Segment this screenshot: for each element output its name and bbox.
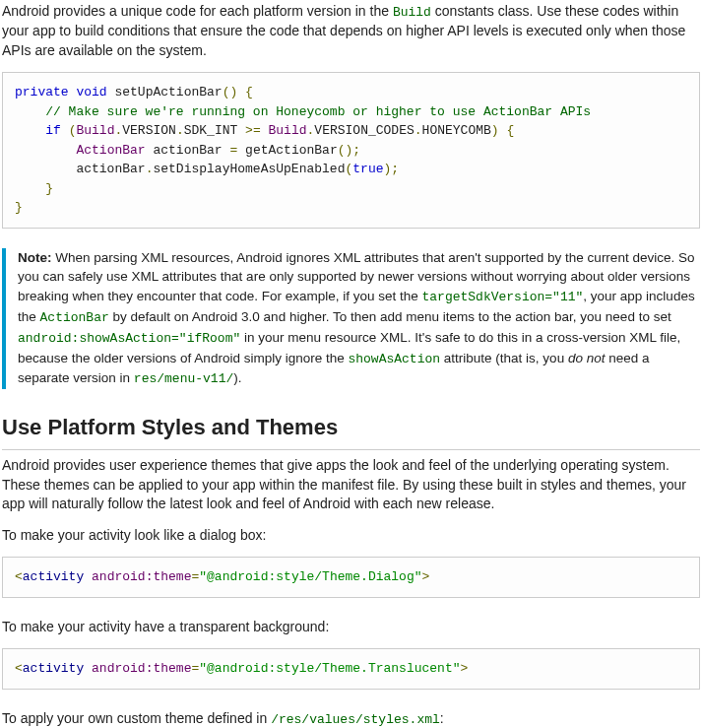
dialog-intro: To make your activity look like a dialog… bbox=[2, 526, 700, 546]
note-code-showasaction-attr: showAsAction bbox=[348, 352, 440, 366]
note-code-targetsdk: targetSdkVersion="11" bbox=[422, 290, 584, 304]
heading-styles-themes: Use Platform Styles and Themes bbox=[2, 413, 700, 450]
note-label: Note: bbox=[18, 250, 52, 265]
note-emphasis: do not bbox=[568, 351, 606, 365]
translucent-intro: To make your activity have a transparent… bbox=[2, 618, 700, 637]
intro-paragraph: Android provides a unique code for each … bbox=[2, 2, 700, 60]
note-code-resmenu: res/menu-v11/ bbox=[134, 371, 233, 386]
code-setup-actionbar: private void setUpActionBar() { // Make … bbox=[2, 72, 700, 229]
themes-paragraph: Android provides user experience themes … bbox=[2, 456, 700, 514]
note-code-showasaction: android:showAsAction="ifRoom" bbox=[18, 331, 240, 346]
styles-xml-path: /res/values/styles.xml bbox=[271, 712, 440, 727]
intro-text-pre: Android provides a unique code for each … bbox=[2, 3, 393, 19]
note-box: Note: When parsing XML resources, Androi… bbox=[2, 248, 700, 389]
code-theme-translucent: <activity android:theme="@android:style/… bbox=[2, 648, 700, 690]
note-code-actionbar: ActionBar bbox=[40, 310, 109, 325]
code-theme-dialog: <activity android:theme="@android:style/… bbox=[2, 557, 700, 598]
build-code: Build bbox=[393, 5, 431, 20]
custom-theme-intro: To apply your own custom theme defined i… bbox=[2, 709, 700, 728]
